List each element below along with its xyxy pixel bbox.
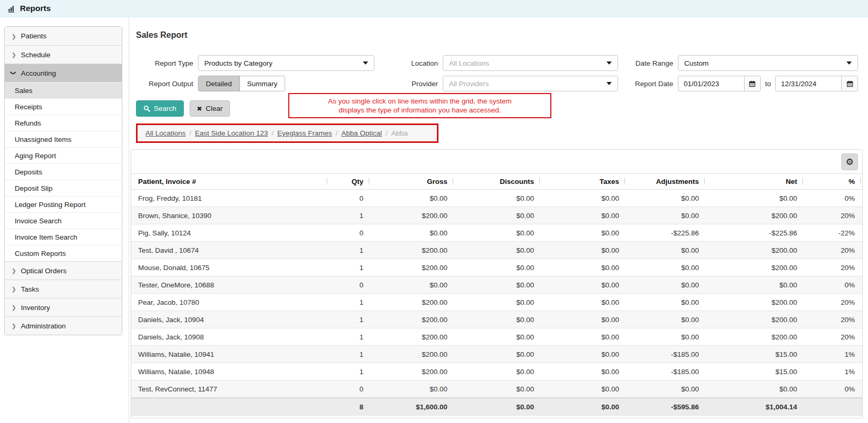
- sidebar-item-refunds[interactable]: Refunds: [5, 115, 122, 131]
- sidebar-item-invoice-search[interactable]: Invoice Search: [5, 212, 122, 229]
- location-select[interactable]: All Locations: [443, 55, 618, 71]
- gear-icon: ⚙: [845, 157, 853, 168]
- table-row[interactable]: Daniels, Jack, 109041$200.00$0.00$0.00$0…: [131, 311, 862, 328]
- table-row[interactable]: Daniels, Jack, 109081$200.00$0.00$0.00$0…: [131, 328, 862, 346]
- report-date-to-input[interactable]: 12/31/2024: [775, 76, 841, 91]
- sidebar-section-inventory[interactable]: ❯Inventory: [5, 298, 122, 316]
- table-cell: $0.00: [455, 259, 541, 276]
- table-cell: $0.00: [541, 346, 626, 363]
- table-cell: $200.00: [371, 294, 455, 311]
- table-row[interactable]: Brown, Shanice, 103901$200.00$0.00$0.00$…: [131, 207, 862, 224]
- table-cell: Pear, Jacob, 10780: [131, 294, 329, 311]
- detailed-toggle-button[interactable]: Detailed: [198, 76, 240, 91]
- table-cell: [131, 398, 329, 415]
- table-cell: -$225.86: [706, 224, 804, 241]
- table-cell: $0.00: [626, 328, 706, 345]
- table-cell: $200.00: [371, 311, 455, 328]
- table-cell: 20%: [804, 311, 862, 328]
- date-range-select[interactable]: Custom: [678, 55, 858, 71]
- sidebar-section-patients[interactable]: ❯Patients: [5, 27, 122, 45]
- sidebar-item-invoice-item-search[interactable]: Invoice Item Search: [5, 229, 122, 245]
- sidebar-item-label: Unassigned Items: [15, 136, 71, 143]
- table-cell: $200.00: [371, 363, 455, 380]
- sidebar-item-sales[interactable]: Sales: [5, 82, 122, 98]
- table-cell: $0.00: [541, 242, 626, 259]
- table-cell: 20%: [804, 242, 862, 259]
- sidebar-section-optical-orders[interactable]: ❯Optical Orders: [5, 261, 122, 280]
- search-button[interactable]: Search: [136, 100, 184, 117]
- chevron-right-icon: ❯: [12, 33, 16, 39]
- table-row[interactable]: Williams, Natalie, 109481$200.00$0.00$0.…: [131, 363, 862, 380]
- table-row[interactable]: Pig, Sally, 101240$0.00$0.00$0.00-$225.8…: [131, 224, 862, 242]
- sidebar-item-deposits[interactable]: Deposits: [5, 163, 122, 180]
- report-date-from-input[interactable]: 01/01/2023: [678, 76, 744, 91]
- report-type-select[interactable]: Products by Category: [198, 55, 374, 71]
- column-header: Net: [706, 174, 804, 189]
- table-row[interactable]: Frog, Freddy, 101810$0.00$0.00$0.00$0.00…: [131, 190, 862, 207]
- table-cell: $0.00: [371, 190, 455, 207]
- column-header: Gross: [371, 174, 455, 189]
- sidebar-section-accounting[interactable]: ❯Accounting: [5, 64, 122, 82]
- sidebar-item-custom-reports[interactable]: Custom Reports: [5, 245, 122, 261]
- sidebar-item-label: Schedule: [21, 51, 50, 59]
- table-row[interactable]: Mouse, Donald, 106751$200.00$0.00$0.00$0…: [131, 259, 862, 276]
- provider-select[interactable]: All Providers: [443, 76, 618, 91]
- search-button-label: Search: [154, 105, 176, 112]
- sidebar-item-label: Tasks: [21, 285, 39, 293]
- table-cell: Test, RevConnect, 11477: [131, 380, 329, 397]
- table-cell: $0.00: [455, 363, 541, 380]
- calendar-button[interactable]: [841, 76, 858, 91]
- table-settings-button[interactable]: ⚙: [841, 153, 858, 170]
- table-cell: $0.00: [371, 380, 455, 397]
- breadcrumb-separator: /: [271, 129, 274, 137]
- sidebar-item-unassigned-items[interactable]: Unassigned Items: [5, 131, 122, 147]
- breadcrumb-link-all-locations[interactable]: All Locations: [145, 129, 186, 137]
- table-cell: Pig, Sally, 10124: [131, 224, 329, 241]
- sidebar-item-receipts[interactable]: Receipts: [5, 98, 122, 115]
- table-cell: $0.00: [455, 311, 541, 328]
- sidebar-section-schedule[interactable]: ❯Schedule: [5, 45, 122, 64]
- sidebar-item-deposit-slip[interactable]: Deposit Slip: [5, 180, 122, 196]
- date-range-value: Custom: [684, 59, 709, 67]
- chevron-right-icon: ❯: [12, 267, 16, 274]
- sidebar-item-ledger-posting-report[interactable]: Ledger Posting Report: [5, 196, 122, 212]
- sidebar-item-label: Aging Report: [15, 152, 56, 160]
- table-cell: $200.00: [706, 242, 804, 259]
- clear-button[interactable]: ✖ Clear: [190, 100, 230, 117]
- table-row[interactable]: Williams, Natalie, 109411$200.00$0.00$0.…: [131, 346, 862, 363]
- annotation-line-2: displays the type of information you hav…: [294, 106, 546, 115]
- table-row[interactable]: Test, David , 106741$200.00$0.00$0.00$0.…: [131, 242, 862, 259]
- table-row[interactable]: Test, RevConnect, 114770$0.00$0.00$0.00$…: [131, 380, 862, 398]
- sidebar-item-label: Receipts: [15, 103, 43, 111]
- chevron-down-icon: ❯: [11, 71, 17, 76]
- date-range-label: Date Range: [623, 59, 673, 67]
- sidebar-section-tasks[interactable]: ❯Tasks: [5, 280, 122, 298]
- breadcrumb-link-abba-optical[interactable]: Abba Optical: [341, 129, 382, 137]
- chevron-right-icon: ❯: [12, 286, 16, 292]
- summary-toggle-button[interactable]: Summary: [240, 76, 286, 91]
- table-cell: $0.00: [541, 398, 626, 415]
- sidebar-section-administration[interactable]: ❯Administration: [5, 316, 122, 335]
- table-row[interactable]: Pear, Jacob, 107801$200.00$0.00$0.00$0.0…: [131, 294, 862, 311]
- table-cell: $0.00: [626, 311, 706, 328]
- page-title: Sales Report: [136, 30, 865, 40]
- breadcrumb: All Locations/East Side Location 123/Eye…: [138, 125, 437, 141]
- breadcrumb-link-east-side-location-123[interactable]: East Side Location 123: [195, 129, 268, 137]
- table-cell: $1,600.00: [371, 398, 455, 415]
- table-cell: 1: [329, 346, 371, 363]
- table-cell: 0%: [804, 276, 862, 293]
- table-cell: Brown, Shanice, 10390: [131, 207, 329, 224]
- table-cell: $0.00: [455, 207, 541, 224]
- table-cell: $0.00: [541, 380, 626, 397]
- breadcrumb-link-eyeglass-frames[interactable]: Eyeglass Frames: [277, 129, 332, 137]
- table-cell: $0.00: [455, 346, 541, 363]
- table-row[interactable]: Tester, OneMore, 106880$0.00$0.00$0.00$0…: [131, 276, 862, 294]
- table-cell: $0.00: [541, 328, 626, 345]
- chevron-right-icon: ❯: [12, 323, 16, 329]
- table-cell: $1,004.14: [706, 398, 804, 415]
- sidebar-item-label: Inventory: [21, 304, 50, 312]
- sidebar-item-aging-report[interactable]: Aging Report: [5, 147, 122, 163]
- calendar-button[interactable]: [744, 76, 761, 91]
- table-cell: Williams, Natalie, 10948: [131, 363, 329, 380]
- table-cell: $0.00: [455, 398, 541, 415]
